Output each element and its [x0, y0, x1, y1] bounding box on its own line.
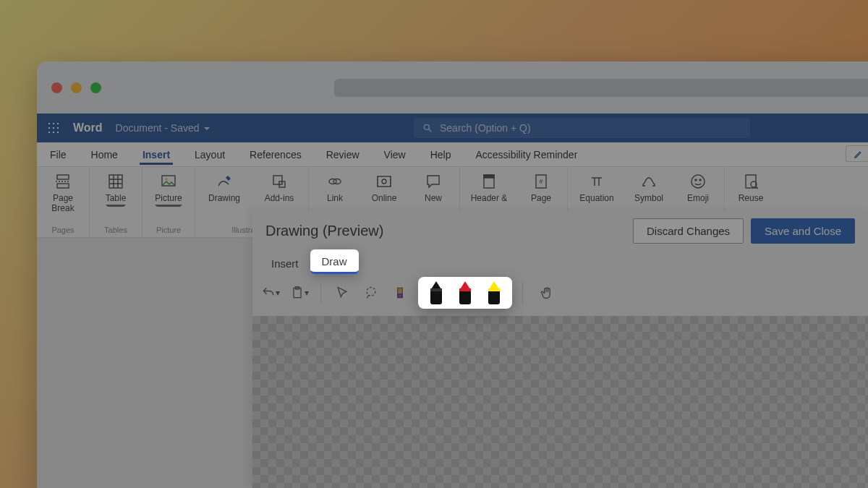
- tab-layout[interactable]: Layout: [192, 145, 228, 165]
- pi-icon: [588, 173, 605, 190]
- video-icon: [375, 173, 393, 190]
- svg-point-0: [424, 124, 429, 129]
- editing-mode-button[interactable]: Editing: [846, 145, 868, 162]
- svg-point-23: [695, 179, 697, 181]
- reuse-icon: [742, 173, 760, 190]
- drawing-tab-draw[interactable]: Draw: [310, 249, 359, 274]
- search-input[interactable]: Search (Option + Q): [414, 118, 750, 138]
- window-controls: [51, 82, 101, 93]
- svg-rect-12: [273, 176, 282, 184]
- discard-changes-button[interactable]: Discard Changes: [633, 218, 744, 244]
- new-comment-button[interactable]: New: [414, 170, 452, 203]
- word-title-bar: Word Document - Saved Search (Option + Q…: [37, 114, 868, 142]
- svg-rect-5: [109, 175, 122, 188]
- symbol-button[interactable]: Symbol: [630, 170, 668, 203]
- address-bar[interactable]: [334, 79, 868, 97]
- addins-icon: [271, 173, 288, 190]
- equation-button[interactable]: Equation: [575, 170, 618, 203]
- svg-rect-19: [484, 175, 494, 178]
- tab-view[interactable]: View: [381, 145, 409, 165]
- select-tool[interactable]: [331, 280, 353, 306]
- search-icon: [422, 123, 433, 133]
- svg-rect-31: [398, 288, 403, 294]
- svg-point-22: [692, 175, 705, 188]
- ribbon-tabs: File Home Insert Layout References Revie…: [37, 142, 868, 167]
- undo-button[interactable]: ▾: [260, 280, 281, 306]
- svg-rect-16: [378, 176, 391, 187]
- undo-icon: [261, 286, 276, 300]
- document-status[interactable]: Document - Saved: [116, 122, 210, 134]
- drawing-tab-insert[interactable]: Insert: [260, 252, 310, 274]
- group-tables: Tables: [97, 226, 135, 236]
- table-button[interactable]: Table: [97, 170, 135, 209]
- reuse-files-button[interactable]: Reuse: [732, 170, 770, 203]
- tab-accessibility[interactable]: Accessibility Reminder: [472, 145, 580, 165]
- pencil-icon: [854, 149, 864, 159]
- svg-text:#: #: [539, 178, 542, 185]
- tab-help[interactable]: Help: [427, 145, 454, 165]
- header-footer-button[interactable]: Header &: [467, 170, 511, 203]
- page-number-button[interactable]: # Page: [522, 170, 560, 203]
- svg-rect-2: [57, 175, 69, 179]
- drawing-button[interactable]: Drawing: [203, 170, 246, 203]
- svg-line-1: [429, 129, 432, 132]
- header-icon: [480, 173, 498, 190]
- tab-file[interactable]: File: [47, 145, 69, 165]
- online-video-button[interactable]: Online: [365, 170, 403, 203]
- app-name: Word: [73, 121, 103, 134]
- drawing-canvas[interactable]: [252, 316, 868, 488]
- page-number-icon: #: [532, 173, 550, 190]
- addins-button[interactable]: Add-ins: [258, 170, 301, 203]
- pen-gallery: [418, 277, 512, 309]
- tab-references[interactable]: References: [247, 145, 305, 165]
- link-button[interactable]: Link: [316, 170, 354, 203]
- paste-button[interactable]: ▾: [289, 280, 310, 306]
- picture-icon: [160, 173, 177, 190]
- drawing-panel: Drawing (Preview) Discard Changes Save a…: [252, 211, 868, 488]
- table-icon: [107, 173, 124, 190]
- cursor-icon: [335, 286, 349, 300]
- minimize-window-button[interactable]: [71, 82, 82, 93]
- app-launcher-icon[interactable]: [47, 121, 60, 134]
- tab-review[interactable]: Review: [323, 145, 362, 165]
- eraser-tool[interactable]: [389, 280, 411, 306]
- tab-insert[interactable]: Insert: [140, 145, 173, 165]
- svg-point-15: [333, 179, 341, 184]
- eraser-icon: [393, 286, 407, 300]
- close-window-button[interactable]: [51, 82, 62, 93]
- svg-point-14: [329, 179, 336, 184]
- group-picture: Picture: [150, 226, 187, 236]
- picture-button[interactable]: Picture: [150, 170, 187, 209]
- lasso-tool[interactable]: [360, 280, 382, 306]
- svg-point-17: [382, 179, 386, 184]
- omega-icon: [640, 173, 658, 190]
- save-and-close-button[interactable]: Save and Close: [751, 218, 855, 244]
- page-break-button[interactable]: Page Break: [44, 170, 82, 213]
- hand-icon: [540, 286, 554, 300]
- lasso-icon: [364, 286, 378, 300]
- svg-point-11: [166, 179, 168, 181]
- search-placeholder: Search (Option + Q): [440, 122, 531, 134]
- svg-rect-3: [57, 184, 69, 188]
- emoji-icon: [689, 173, 707, 190]
- clipboard-icon: [290, 286, 305, 300]
- svg-point-30: [367, 288, 375, 296]
- page-break-icon: [54, 173, 72, 190]
- browser-titlebar: [37, 61, 868, 114]
- emoji-button[interactable]: Emoji: [679, 170, 717, 203]
- drawing-icon: [216, 173, 233, 190]
- tab-home[interactable]: Home: [88, 145, 121, 165]
- comment-icon: [425, 173, 442, 190]
- group-pages: Pages: [44, 226, 82, 236]
- svg-rect-32: [398, 294, 403, 298]
- link-icon: [326, 173, 344, 190]
- maximize-window-button[interactable]: [90, 82, 101, 93]
- pen-red[interactable]: [457, 281, 473, 304]
- drawing-panel-title: Drawing (Preview): [265, 223, 626, 239]
- highlighter-yellow[interactable]: [486, 281, 502, 304]
- pen-black[interactable]: [428, 281, 444, 304]
- svg-point-24: [699, 179, 701, 181]
- touch-draw-toggle[interactable]: [533, 280, 555, 306]
